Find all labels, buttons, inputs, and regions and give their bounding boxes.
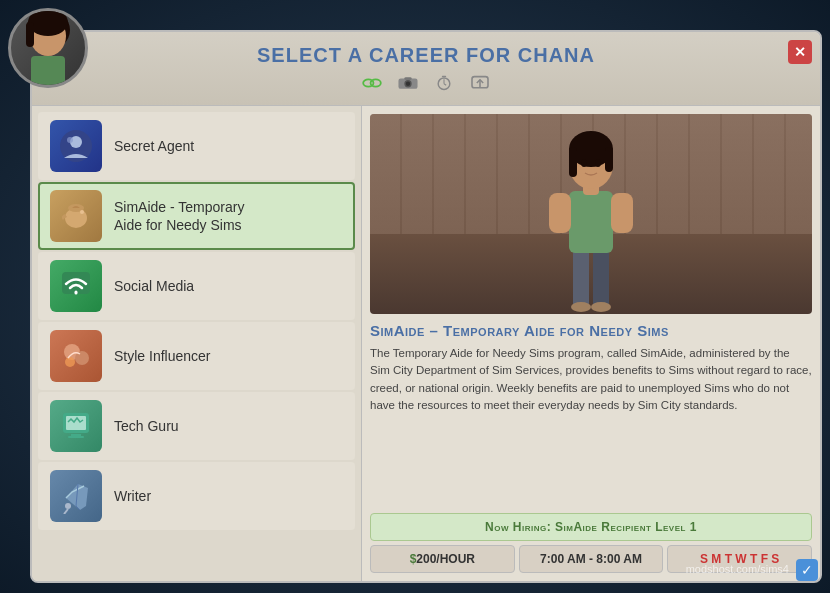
svg-point-35: [571, 302, 591, 312]
salary-value: 200/HOUR: [416, 552, 475, 566]
svg-point-45: [581, 159, 587, 167]
svg-point-27: [65, 357, 75, 367]
career-item-social-media[interactable]: Social Media: [38, 252, 355, 320]
career-item-secret-agent[interactable]: Secret Agent: [38, 112, 355, 180]
career-item-tech-guru[interactable]: Tech Guru: [38, 392, 355, 460]
svg-point-6: [371, 79, 381, 86]
close-button[interactable]: ✕: [788, 40, 812, 64]
salary-stat: $200/HOUR: [370, 545, 515, 573]
avatar: [8, 8, 88, 88]
career-list[interactable]: Secret Agent SimAide - TemporaryAide for…: [32, 106, 362, 581]
infinity-icon[interactable]: [357, 73, 387, 93]
tech-guru-icon: [50, 400, 102, 452]
svg-rect-3: [26, 22, 34, 47]
social-media-name: Social Media: [114, 277, 194, 295]
share-icon[interactable]: [465, 73, 495, 93]
svg-rect-43: [569, 147, 577, 177]
svg-point-32: [65, 503, 71, 509]
social-media-icon: [50, 260, 102, 312]
hiring-banner: Now Hiring: SimAide Recipient Level 1: [370, 513, 812, 541]
svg-rect-14: [442, 76, 446, 77]
svg-rect-34: [593, 249, 609, 309]
timer-icon[interactable]: [429, 73, 459, 93]
career-item-style-influencer[interactable]: Style Influencer: [38, 322, 355, 390]
svg-rect-38: [549, 193, 571, 233]
dialog-title: Select a Career for Chana: [72, 44, 780, 67]
time-stat: 7:00 AM - 8:00 AM: [519, 545, 664, 573]
career-dialog: Select a Career for Chana ✕: [30, 30, 822, 583]
career-detail-description: The Temporary Aide for Needy Sims progra…: [370, 345, 812, 505]
svg-rect-10: [404, 77, 411, 80]
secret-agent-name: Secret Agent: [114, 137, 194, 155]
svg-rect-4: [31, 56, 65, 88]
simaide-icon: [50, 190, 102, 242]
career-item-writer[interactable]: Writer: [38, 462, 355, 530]
svg-rect-31: [68, 436, 84, 438]
writer-icon: [50, 470, 102, 522]
svg-point-36: [591, 302, 611, 312]
simaide-name: SimAide - TemporaryAide for Needy Sims: [114, 198, 244, 234]
watermark: modshost.com/sims4 ✓: [686, 559, 818, 581]
svg-rect-37: [569, 191, 613, 253]
checkmark-icon: ✓: [796, 559, 818, 581]
svg-line-13: [444, 84, 446, 85]
camera1-icon[interactable]: [393, 73, 423, 93]
svg-point-22: [80, 210, 84, 214]
tech-guru-name: Tech Guru: [114, 417, 179, 435]
watermark-url: modshost.com/sims4: [686, 563, 789, 575]
career-item-simaide[interactable]: SimAide - TemporaryAide for Needy Sims: [38, 182, 355, 250]
secret-agent-icon: [50, 120, 102, 172]
svg-rect-39: [611, 193, 633, 233]
detail-panel: SimAide – Temporary Aide for Needy Sims …: [362, 106, 820, 581]
svg-point-46: [595, 159, 601, 167]
character-portrait: [370, 114, 812, 314]
svg-point-19: [67, 137, 73, 143]
style-influencer-icon: [50, 330, 102, 382]
svg-point-9: [406, 82, 410, 86]
style-influencer-name: Style Influencer: [114, 347, 211, 365]
svg-rect-44: [605, 147, 613, 172]
svg-point-24: [75, 292, 78, 295]
toolbar: [72, 67, 780, 97]
writer-name: Writer: [114, 487, 151, 505]
career-detail-title: SimAide – Temporary Aide for Needy Sims: [370, 322, 812, 339]
dialog-header: Select a Career for Chana ✕: [32, 32, 820, 106]
dialog-body: Secret Agent SimAide - TemporaryAide for…: [32, 106, 820, 581]
svg-rect-33: [573, 249, 589, 309]
